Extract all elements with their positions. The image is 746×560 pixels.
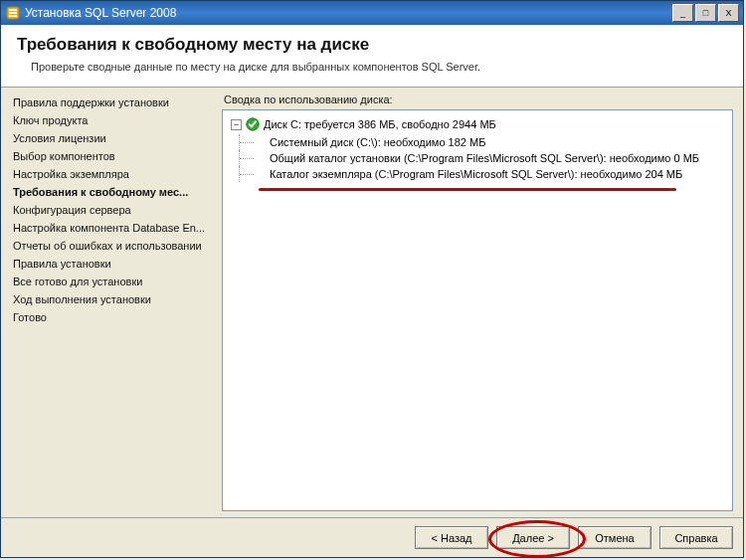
window-controls: _ □ X (672, 4, 739, 22)
cancel-button[interactable]: Отмена (578, 526, 652, 549)
sidebar-item-7[interactable]: Настройка компонента Database En... (13, 219, 218, 237)
ok-icon (246, 117, 260, 131)
sidebar-item-12[interactable]: Готово (13, 308, 218, 326)
titlebar: Установка SQL Server 2008 _ □ X (1, 1, 743, 25)
main-panel: Сводка по использованию диска: − Диск C:… (218, 88, 743, 517)
close-button[interactable]: X (718, 4, 739, 22)
tree-child-label: Каталог экземпляра (C:\Program Files\Mic… (270, 166, 682, 182)
svg-rect-1 (9, 9, 17, 11)
annotation-underline (259, 188, 676, 191)
tree-child-label: Общий каталог установки (C:\Program File… (270, 150, 699, 166)
installer-window: Установка SQL Server 2008 _ □ X Требован… (0, 0, 744, 558)
maximize-button[interactable]: □ (695, 4, 716, 22)
sidebar-item-6[interactable]: Конфигурация сервера (13, 201, 218, 219)
next-button[interactable]: Далее > (496, 526, 570, 549)
tree-child-row[interactable]: Системный диск (C:\): необходимо 182 МБ (239, 134, 724, 150)
sidebar: Правила поддержки установкиКлюч продукта… (1, 88, 218, 517)
window-title: Установка SQL Server 2008 (25, 6, 672, 20)
minimize-button[interactable]: _ (672, 4, 693, 22)
sidebar-item-2[interactable]: Условия лицензии (13, 129, 218, 147)
sidebar-item-3[interactable]: Выбор компонентов (13, 147, 218, 165)
sidebar-item-8[interactable]: Отчеты об ошибках и использовании (13, 237, 218, 255)
page-heading: Требования к свободному месту на диске (17, 35, 727, 55)
sidebar-item-9[interactable]: Правила установки (13, 255, 218, 273)
sidebar-item-5[interactable]: Требования к свободному мес... (13, 183, 218, 201)
tree-child-row[interactable]: Общий каталог установки (C:\Program File… (239, 150, 724, 166)
page-banner: Требования к свободному месту на диске П… (1, 25, 743, 88)
help-button[interactable]: Справка (659, 526, 733, 549)
tree-root-row[interactable]: − Диск C: требуется 386 МБ, свободно 294… (231, 116, 724, 132)
sidebar-item-11[interactable]: Ход выполнения установки (13, 290, 218, 308)
sidebar-item-10[interactable]: Все готово для установки (13, 273, 218, 290)
sidebar-item-4[interactable]: Настройка экземпляра (13, 165, 218, 183)
disk-summary-box[interactable]: − Диск C: требуется 386 МБ, свободно 294… (222, 109, 733, 511)
svg-rect-3 (9, 15, 17, 17)
svg-rect-2 (9, 12, 17, 14)
app-icon (5, 5, 21, 21)
sidebar-item-0[interactable]: Правила поддержки установки (13, 93, 218, 111)
tree-child-label: Системный диск (C:\): необходимо 182 МБ (270, 134, 485, 150)
summary-label: Сводка по использованию диска: (224, 93, 733, 105)
sidebar-item-1[interactable]: Ключ продукта (13, 111, 218, 129)
footer: < Назад Далее > Отмена Справка (1, 517, 743, 557)
body: Правила поддержки установкиКлюч продукта… (1, 88, 743, 517)
tree-child-row[interactable]: Каталог экземпляра (C:\Program Files\Mic… (239, 166, 724, 182)
page-subtitle: Проверьте сводные данные по месту на дис… (31, 61, 727, 73)
back-button[interactable]: < Назад (415, 526, 488, 549)
tree-root-label: Диск C: требуется 386 МБ, свободно 2944 … (264, 116, 496, 132)
collapse-icon[interactable]: − (231, 119, 242, 130)
